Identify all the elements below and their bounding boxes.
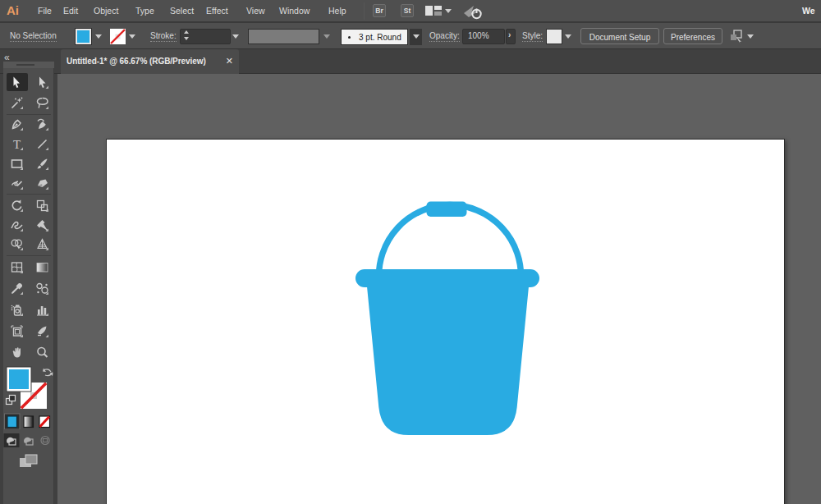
svg-text:T: T bbox=[13, 138, 21, 151]
